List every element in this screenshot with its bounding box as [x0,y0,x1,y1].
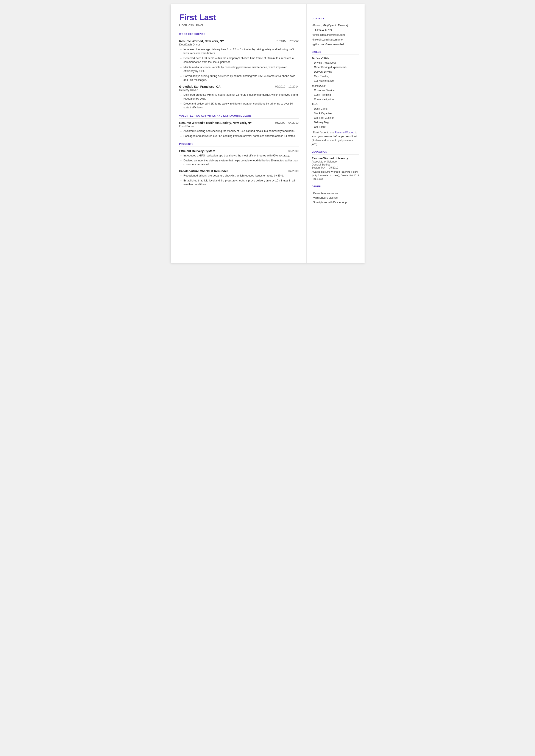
education-degree: Associate of Science [312,160,359,163]
other-section-title: OTHER [312,185,359,188]
volunteer-1-bullet-2: Packaged and delivered over 6K cooking i… [183,134,299,138]
skill-car-maintenance: Car Maintenance [312,79,359,83]
skill-cash-handling: Cash Handling [312,93,359,97]
skill-route-navigation: Route Navigation [312,98,359,101]
volunteering-section-title: VOLUNTEERING ACTIVITIES AND EXTRACURRICU… [179,114,299,117]
contact-item-4: linkedin.com/in/username [312,38,359,42]
education-location: Boston, MA — 05/2010 [312,166,359,169]
education-school: Resume Worded University [312,157,359,160]
resume-page: First Last DoorDash Driver WORK EXPERIEN… [171,4,365,263]
education-awards: Awards: Resume Worded Teaching Fellow (o… [312,170,359,181]
job-2: Growthsi, San Francisco, CA 06/2010 – 12… [179,85,299,110]
project-2-bullet-1: Redesigned drivers' pre-departure checkl… [183,174,299,178]
skill-delivery-bag: Delivery Bag [312,121,359,124]
skill-map-reading: Map Reading [312,74,359,78]
resume-worded-link[interactable]: Resume Worded [335,131,354,134]
job-2-company: Growthsi, San Francisco, CA [179,85,221,88]
tools-label: Tools: [312,103,359,106]
volunteer-1-company: Resume Worded's Business Society, New Yo… [179,121,252,125]
right-column: CONTACT Boston, MA (Open to Remote) +1-2… [306,4,365,263]
job-1-bullet-1: Increased the average delivery time from… [183,47,299,55]
volunteer-1-role: Food Sorter [179,125,299,128]
skill-customer-service: Customer Service [312,88,359,92]
job-2-role: Delivery Driver [179,88,299,92]
job-1-bullet-2: Delivered over 1.9K items within the com… [183,56,299,64]
resume-worded-note: · Don't forget to use Resume Worded to s… [312,130,359,146]
work-experience-section-title: WORK EXPERIENCE [179,33,299,35]
project-2-date: 04/2009 [289,169,299,173]
skill-order-picking: Order Picking (Experienced) [312,65,359,69]
contact-item-3: email@resumeworded.com [312,33,359,37]
job-1: Resume Worded, New York, NY 01/2015 – Pr… [179,40,299,82]
work-experience-divider [179,37,299,37]
project-1-bullet-2: Devised an inventive delivery system tha… [183,159,299,166]
project-1-date: 05/2009 [289,149,299,153]
project-1-bullet-1: Introduced a GPS navigation app that sho… [183,154,299,157]
project-1-name: Efficient Delivery System [179,149,215,153]
candidate-title: DoorDash Driver [179,23,299,27]
skill-car-seat-cushion: Car Seat Cushion [312,116,359,120]
job-1-bullet-4: Solved delays arising during deliveries … [183,74,299,82]
projects-section-title: PROJECTS [179,143,299,145]
project-2-bullets: Redesigned drivers' pre-departure checkl… [183,174,299,186]
education-section-title: EDUCATION [312,151,359,153]
project-1-bullets: Introduced a GPS navigation app that sho… [183,154,299,166]
project-2: Pre-departure Checklist Reminder 04/2009… [179,169,299,186]
contact-divider [312,21,359,21]
job-1-date: 01/2015 – Present [276,40,298,43]
left-column: First Last DoorDash Driver WORK EXPERIEN… [171,4,306,263]
project-1: Efficient Delivery System 05/2009 Introd… [179,149,299,166]
volunteering-divider [179,118,299,119]
project-1-header: Efficient Delivery System 05/2009 [179,149,299,153]
volunteer-1-bullets: Assisted in sorting and checking the via… [183,129,299,138]
skill-driving: Driving (Advanced) [312,61,359,65]
job-2-bullets: Delivered products within 48 hours (agai… [183,93,299,110]
education-field: General Studies [312,163,359,166]
other-item-2: Valid Driver's License. [312,196,359,200]
skill-car-scent: Car Scent [312,125,359,129]
job-2-bullet-1: Delivered products within 48 hours (agai… [183,93,299,101]
job-1-company: Resume Worded, New York, NY [179,40,224,43]
projects-divider [179,147,299,147]
skill-delivery-driving: Delivery Driving [312,70,359,74]
job-2-date: 06/2010 – 12/2014 [275,85,298,88]
technical-skills-label: Technical Skills: [312,57,359,60]
job-2-bullet-2: Drove and delivered 4.1K items safely in… [183,102,299,109]
contact-section-title: CONTACT [312,17,359,20]
volunteer-1: Resume Worded's Business Society, New Yo… [179,121,299,138]
job-1-header: Resume Worded, New York, NY 01/2015 – Pr… [179,40,299,43]
volunteer-1-bullet-1: Assisted in sorting and checking the via… [183,129,299,133]
project-2-bullet-2: Established that fluid level and tire pr… [183,179,299,186]
techniques-label: Techniques: [312,84,359,88]
candidate-name: First Last [179,13,299,22]
contact-item-2: +1-234-456-789 [312,28,359,32]
skill-dash-cams: Dash Cams [312,107,359,111]
other-item-3: Smartphone with Dasher App. [312,200,359,204]
other-item-1: Geico Auto Insurance [312,191,359,195]
education-divider [312,154,359,154]
volunteer-1-date: 06/2009 – 04/2010 [275,121,298,124]
volunteer-1-header: Resume Worded's Business Society, New Yo… [179,121,299,125]
skill-trunk-organizer: Trunk Organizer [312,111,359,115]
project-2-header: Pre-departure Checklist Reminder 04/2009 [179,169,299,173]
project-2-name: Pre-departure Checklist Reminder [179,169,228,173]
job-1-bullets: Increased the average delivery time from… [183,47,299,82]
job-1-role: DoorDash Driver [179,43,299,46]
skills-section-title: SKILLS [312,51,359,53]
job-1-bullet-3: Maintained a functional vehicle by condu… [183,65,299,73]
job-2-header: Growthsi, San Francisco, CA 06/2010 – 12… [179,85,299,88]
contact-item-5: github.com/resumeworded [312,42,359,46]
contact-item-1: Boston, MA (Open to Remote) [312,23,359,27]
